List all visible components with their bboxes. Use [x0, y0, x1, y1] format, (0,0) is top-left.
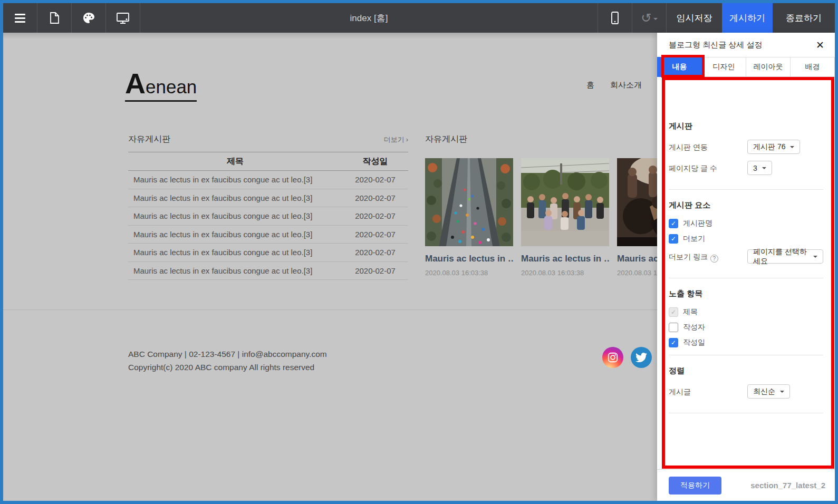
- section-heading-board: 게시판: [669, 121, 823, 131]
- author-checkbox[interactable]: ✓: [669, 323, 678, 332]
- design-button[interactable]: [72, 3, 106, 33]
- editor-window: index [홈] ↺ 임시저장 게시하기 종료하기 Aenean 홈 회사소개…: [0, 0, 838, 504]
- nav-item-home[interactable]: 홈: [586, 80, 594, 90]
- chevron-down-icon: [813, 256, 817, 260]
- monitor-icon: [116, 12, 130, 24]
- site-logo[interactable]: Aenean: [125, 71, 197, 102]
- post-card[interactable]: Mauris ac lectus in … 2020.08.03 16:03:3…: [425, 158, 513, 277]
- board-table-title: 자유게시판: [128, 134, 170, 145]
- logo-rest: enean: [146, 76, 197, 97]
- help-icon[interactable]: ?: [710, 255, 718, 263]
- table-row[interactable]: Mauris ac lectus in ex faucibus congue a…: [128, 207, 408, 226]
- settings-panel: 블로그형 최신글 상세 설정 ✕ 내용 디자인 레이아웃 배경 게시판 게시판 …: [657, 33, 835, 501]
- site-footer: ABC Company | 02-123-4567 | info@abccomp…: [128, 347, 327, 374]
- board-table-section: 자유게시판 더보기› 제목 작성일 Mauris ac lectus in ex…: [128, 134, 408, 280]
- section-divider: [669, 278, 823, 278]
- tab-design[interactable]: 디자인: [702, 57, 746, 77]
- section-divider: [669, 355, 823, 355]
- table-row[interactable]: Mauris ac lectus in ex faucibus congue a…: [128, 244, 408, 262]
- post-card-title: Mauris ac lectus in …: [425, 254, 513, 264]
- post-card-date: 2020.08.03 16:03:38: [521, 269, 609, 277]
- instagram-icon: [607, 352, 619, 363]
- table-row[interactable]: Mauris ac lectus in ex faucibus congue a…: [128, 262, 408, 280]
- nav-item-about[interactable]: 회사소개: [610, 80, 642, 90]
- social-links: [602, 347, 652, 368]
- checkbox-row-more: ✓ 더보기: [669, 234, 823, 244]
- per-page-label: 페이지당 글 수: [669, 164, 717, 173]
- undo-icon: ↺: [641, 12, 651, 24]
- board-name-checkbox[interactable]: ✓: [669, 219, 678, 228]
- twitter-icon: [635, 352, 647, 363]
- table-row[interactable]: Mauris ac lectus in ex faucibus congue a…: [128, 226, 408, 244]
- mobile-icon: [610, 11, 620, 25]
- board-link-label: 게시판 연동: [669, 143, 708, 152]
- section-heading-sort: 정렬: [669, 366, 823, 376]
- chevron-right-icon: ›: [406, 135, 408, 143]
- menu-button[interactable]: [3, 3, 37, 33]
- board-cards-title: 자유게시판: [425, 134, 467, 145]
- page-button[interactable]: [37, 3, 72, 33]
- temp-save-button[interactable]: 임시저장: [666, 3, 722, 33]
- panel-title: 블로그형 최신글 상세 설정: [669, 40, 763, 50]
- title-checkbox: ✓: [669, 307, 678, 317]
- tab-layout[interactable]: 레이아웃: [746, 57, 791, 77]
- document-title: index [홈]: [140, 3, 598, 33]
- checkbox-row-board-name: ✓ 게시판명: [669, 219, 823, 228]
- tab-content[interactable]: 내용: [657, 57, 702, 77]
- post-card-title: Mauris ac lectus in …: [521, 254, 609, 264]
- more-checkbox[interactable]: ✓: [669, 234, 678, 244]
- preview-button[interactable]: [106, 3, 140, 33]
- hamburger-icon: [15, 14, 25, 23]
- board-link-select[interactable]: 게시판 76: [747, 140, 800, 154]
- post-card[interactable]: Mauris ac lectus in … 2020.08.03 16:03:3…: [521, 158, 609, 277]
- section-heading-display: 노출 항목: [669, 289, 823, 299]
- section-heading-elements: 게시판 요소: [669, 200, 823, 210]
- checkbox-row-author: ✓ 작성자: [669, 323, 823, 332]
- board-table-more-link[interactable]: 더보기›: [384, 135, 408, 144]
- checkbox-row-date: ✓ 작성일: [669, 338, 823, 347]
- table-row[interactable]: Mauris ac lectus in ex faucibus congue a…: [128, 189, 408, 208]
- panel-tabs: 내용 디자인 레이아웃 배경: [657, 57, 835, 77]
- checkbox-row-title: ✓ 제목: [669, 307, 823, 317]
- top-toolbar: index [홈] ↺ 임시저장 게시하기 종료하기: [3, 3, 835, 33]
- site-nav: 홈 회사소개: [586, 80, 642, 90]
- twitter-button[interactable]: [631, 347, 652, 368]
- board-table-header: 제목 작성일: [128, 152, 408, 171]
- instagram-button[interactable]: [602, 347, 623, 368]
- section-divider: [669, 413, 823, 413]
- tab-background[interactable]: 배경: [791, 57, 835, 77]
- post-card-image: [521, 158, 609, 246]
- exit-button[interactable]: 종료하기: [773, 3, 835, 33]
- undo-dropdown-caret: [653, 18, 658, 22]
- post-sort-select[interactable]: 최신순: [747, 384, 790, 399]
- post-card-date: 2020.08.03 16:03:38: [425, 269, 513, 277]
- chevron-down-icon: [780, 391, 784, 395]
- section-divider: [669, 189, 823, 190]
- palette-icon: [82, 12, 95, 24]
- per-page-select[interactable]: 3: [747, 161, 772, 175]
- chevron-down-icon: [790, 146, 794, 150]
- panel-body: 게시판 게시판 연동 게시판 76 페이지당 글 수 3 게시판 요소 ✓ 게시…: [657, 110, 835, 466]
- apply-button[interactable]: 적용하기: [669, 477, 721, 495]
- post-sort-label: 게시글: [669, 387, 691, 397]
- board-table: 제목 작성일 Mauris ac lectus in ex faucibus c…: [128, 152, 408, 280]
- publish-button[interactable]: 게시하기: [722, 3, 773, 33]
- footer-copyright-line: Copyright(c) 2020 ABC company All rights…: [128, 361, 327, 374]
- post-card-image: [425, 158, 513, 246]
- close-icon[interactable]: ✕: [816, 39, 824, 51]
- footer-contact-line: ABC Company | 02-123-4567 | info@abccomp…: [128, 347, 327, 361]
- logo-initial: A: [125, 67, 146, 99]
- table-row[interactable]: Mauris ac lectus in ex faucibus congue a…: [128, 171, 408, 189]
- undo-button[interactable]: ↺: [632, 3, 666, 33]
- more-link-select[interactable]: 페이지를 선택하세요: [747, 249, 823, 264]
- panel-footer: 적용하기 section_77_latest_2: [657, 469, 835, 501]
- date-checkbox[interactable]: ✓: [669, 338, 678, 347]
- section-id-label: section_77_latest_2: [750, 481, 825, 490]
- column-header-date: 작성일: [342, 156, 408, 167]
- mobile-preview-button[interactable]: [598, 3, 632, 33]
- column-header-title: 제목: [128, 156, 342, 167]
- page-icon: [49, 12, 60, 24]
- more-link-label: 더보기 링크?: [669, 253, 718, 263]
- chevron-down-icon: [762, 167, 766, 171]
